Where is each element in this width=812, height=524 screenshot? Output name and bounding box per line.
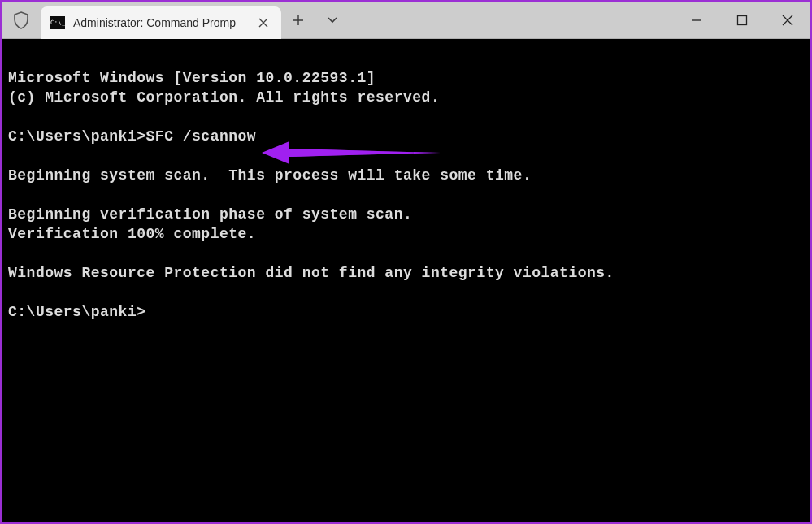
terminal-area[interactable]: Microsoft Windows [Version 10.0.22593.1]… bbox=[2, 39, 810, 522]
annotation-arrow-icon bbox=[262, 141, 441, 169]
terminal-line: Verification 100% complete. bbox=[8, 226, 256, 242]
svg-marker-1 bbox=[262, 141, 441, 164]
browser-tab[interactable]: C:\_ Administrator: Command Promp bbox=[41, 6, 281, 39]
titlebar-spacer bbox=[350, 2, 674, 38]
terminal-command: SFC /scannow bbox=[146, 128, 257, 145]
window-close-button[interactable] bbox=[765, 2, 810, 38]
cmd-icon: C:\_ bbox=[50, 16, 65, 29]
window-minimize-button[interactable] bbox=[674, 2, 719, 38]
terminal-prompt: C:\Users\panki> bbox=[8, 128, 146, 145]
svg-marker-2 bbox=[289, 149, 441, 157]
tab-dropdown-button[interactable] bbox=[315, 2, 350, 38]
terminal-line: Beginning verification phase of system s… bbox=[8, 206, 412, 223]
privacy-shield-icon[interactable] bbox=[2, 2, 41, 38]
terminal-prompt: C:\Users\panki> bbox=[8, 304, 146, 320]
terminal-line: Windows Resource Protection did not find… bbox=[8, 265, 614, 281]
tab-close-button[interactable] bbox=[254, 13, 273, 32]
window-titlebar: C:\_ Administrator: Command Promp bbox=[2, 2, 810, 39]
svg-rect-0 bbox=[738, 15, 747, 24]
terminal-line: Microsoft Windows [Version 10.0.22593.1] bbox=[8, 70, 376, 86]
new-tab-button[interactable] bbox=[281, 2, 315, 38]
terminal-line: Beginning system scan. This process will… bbox=[8, 167, 532, 184]
terminal-line: (c) Microsoft Corporation. All rights re… bbox=[8, 89, 440, 106]
tab-title: Administrator: Command Promp bbox=[73, 16, 245, 29]
window-maximize-button[interactable] bbox=[719, 2, 765, 38]
